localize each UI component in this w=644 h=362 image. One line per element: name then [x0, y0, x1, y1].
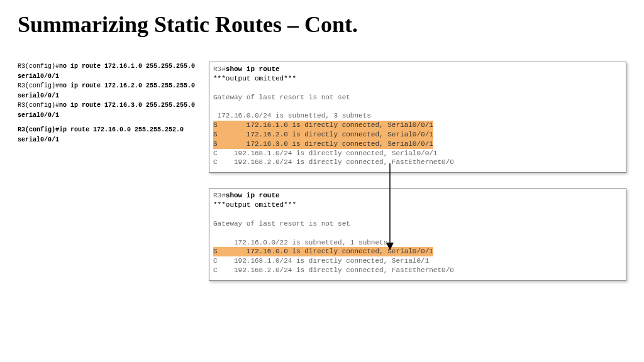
cmd-no-route-2: no ip route 172.16.2.0 255.255.255.0 — [59, 82, 195, 89]
static-route-summary: S 172.16.0.0 is directly connected, Seri… — [213, 247, 433, 256]
connected-route-1: C 192.168.1.0/24 is directly connected, … — [213, 257, 429, 265]
connected-route-2: C 192.168.2.0/24 is directly connected, … — [213, 158, 454, 166]
cmd-add-summary-route: R3(config)#ip route 172.16.0.0 255.255.2… — [18, 125, 200, 145]
terminal-after: R3#show ip route ***output omitted*** Ga… — [209, 188, 626, 281]
prompt: R3(config)# — [18, 63, 59, 70]
output-omitted: ***output omitted*** — [213, 75, 296, 82]
config-commands: R3(config)#no ip route 172.16.1.0 255.25… — [18, 62, 200, 281]
static-route-1: S 172.16.1.0 is directly connected, Seri… — [213, 121, 433, 130]
iface-2: serial0/0/1 — [18, 91, 200, 101]
iface-1: serial0/0/1 — [18, 72, 200, 82]
subnet-header: 172.16.0.0/24 is subnetted, 3 subnets — [213, 112, 371, 119]
gateway-line: Gateway of last resort is not set — [213, 94, 350, 101]
prompt: R3# — [213, 192, 226, 199]
content-area: R3(config)#no ip route 172.16.1.0 255.25… — [0, 45, 644, 281]
terminal-outputs: R3#show ip route ***output omitted*** Ga… — [209, 62, 626, 281]
cmd-show-ip-route: show ip route — [226, 65, 280, 73]
prompt: R3# — [213, 65, 226, 73]
output-omitted: ***output omitted*** — [213, 201, 296, 209]
cmd-no-route-1: no ip route 172.16.1.0 255.255.255.0 — [59, 63, 195, 70]
connected-route-1: C 192.168.1.0/24 is directly connected, … — [213, 150, 437, 157]
gateway-line: Gateway of last resort is not set — [213, 220, 350, 228]
cmd-show-ip-route: show ip route — [226, 192, 280, 199]
cmd-no-route-3: no ip route 172.16.3.0 255.255.255.0 — [59, 102, 195, 109]
iface-3: serial0/0/1 — [18, 111, 200, 121]
static-route-2: S 172.16.2.0 is directly connected, Seri… — [213, 130, 433, 140]
prompt: R3(config)# — [18, 102, 59, 109]
static-route-3: S 172.16.3.0 is directly connected, Seri… — [213, 140, 433, 149]
connected-route-2: C 192.168.2.0/24 is directly connected, … — [213, 266, 454, 274]
page-title: Summarizing Static Routes – Cont. — [0, 0, 644, 45]
terminal-before: R3#show ip route ***output omitted*** Ga… — [209, 62, 626, 173]
subnet-header: 172.16.0.0/22 is subnetted, 1 subnets — [213, 239, 387, 246]
prompt: R3(config)# — [18, 82, 59, 89]
